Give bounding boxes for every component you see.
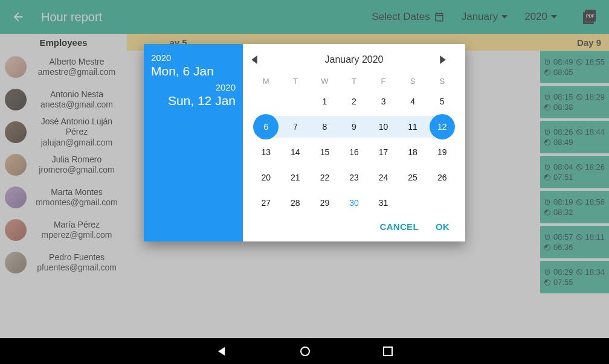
calendar-day[interactable]: 26	[430, 165, 455, 190]
weekday-label: S	[427, 77, 457, 86]
svg-rect-5	[384, 347, 392, 356]
calendar-day	[283, 89, 308, 114]
calendar-week: 2728293031	[251, 190, 457, 216]
calendar-week: 20212223242526	[251, 165, 457, 190]
calendar-day[interactable]: 17	[371, 139, 396, 165]
weekday-label: T	[281, 77, 311, 86]
calendar-day[interactable]: 21	[283, 165, 308, 190]
calendar-day[interactable]: 29	[312, 190, 337, 216]
calendar-weeks: 1234567891011121314151617181920212223242…	[251, 89, 457, 216]
calendar-day[interactable]: 15	[312, 139, 337, 165]
weekday-label: F	[369, 77, 398, 86]
svg-point-4	[301, 347, 309, 356]
calendar-day[interactable]: 31	[371, 190, 396, 216]
calendar-day[interactable]: 2	[341, 89, 367, 114]
cancel-button[interactable]: CANCEL	[380, 222, 419, 232]
calendar-day[interactable]: 11	[400, 114, 425, 139]
picker-summary-panel: 2020 Mon, 6 Jan 2020 Sun, 12 Jan	[144, 44, 243, 241]
date-range-picker: 2020 Mon, 6 Jan 2020 Sun, 12 Jan January…	[144, 44, 465, 241]
calendar-day[interactable]: 27	[253, 190, 279, 216]
start-date: Mon, 6 Jan	[151, 64, 236, 78]
calendar-day[interactable]: 25	[400, 165, 425, 190]
calendar-day	[430, 190, 455, 216]
calendar-week: 12345	[251, 89, 457, 114]
calendar-day[interactable]: 30	[341, 190, 367, 216]
calendar-week: 13141516171819	[251, 139, 457, 165]
calendar-day[interactable]: 3	[371, 89, 396, 114]
calendar-day[interactable]: 6	[253, 114, 279, 139]
calendar-day[interactable]: 13	[253, 139, 279, 165]
calendar-day	[400, 190, 425, 216]
android-navbar	[0, 338, 609, 364]
calendar-day[interactable]: 20	[253, 165, 279, 190]
calendar-day[interactable]: 18	[400, 139, 425, 165]
calendar-day[interactable]: 16	[341, 139, 367, 165]
nav-back-button[interactable]	[216, 346, 227, 357]
calendar-day[interactable]: 1	[312, 89, 337, 114]
calendar-month-label: January 2020	[268, 54, 440, 65]
end-date: Sun, 12 Jan	[151, 94, 236, 108]
calendar-day[interactable]: 7	[283, 114, 308, 139]
next-month-button[interactable]	[440, 56, 457, 64]
end-year: 2020	[151, 82, 236, 92]
calendar-day[interactable]: 12	[430, 114, 455, 139]
weekday-label: W	[310, 77, 340, 86]
start-year: 2020	[151, 53, 236, 63]
calendar-day[interactable]: 22	[312, 165, 337, 190]
calendar-day[interactable]: 9	[341, 114, 367, 139]
nav-home-button[interactable]	[300, 346, 311, 357]
weekday-label: S	[398, 77, 428, 86]
ok-button[interactable]: OK	[436, 222, 450, 232]
calendar-day[interactable]: 19	[430, 139, 455, 165]
calendar-day[interactable]: 14	[283, 139, 308, 165]
calendar-day	[253, 89, 279, 114]
prev-month-button[interactable]	[251, 56, 268, 64]
calendar-week: 6789101112	[251, 114, 457, 139]
calendar-day[interactable]: 24	[371, 165, 396, 190]
calendar-day[interactable]: 10	[371, 114, 396, 139]
weekday-label: M	[251, 77, 281, 86]
calendar-day[interactable]: 5	[430, 89, 455, 114]
calendar-day[interactable]: 4	[400, 89, 425, 114]
calendar-day[interactable]: 23	[341, 165, 367, 190]
calendar-day[interactable]: 28	[283, 190, 308, 216]
modal-overlay[interactable]: 2020 Mon, 6 Jan 2020 Sun, 12 Jan January…	[0, 0, 609, 338]
weekday-label: T	[340, 77, 369, 86]
picker-calendar-panel: January 2020 MTWTFSS 1234567891011121314…	[243, 44, 465, 241]
nav-recent-button[interactable]	[383, 346, 393, 356]
weekday-header: MTWTFSS	[251, 73, 457, 89]
